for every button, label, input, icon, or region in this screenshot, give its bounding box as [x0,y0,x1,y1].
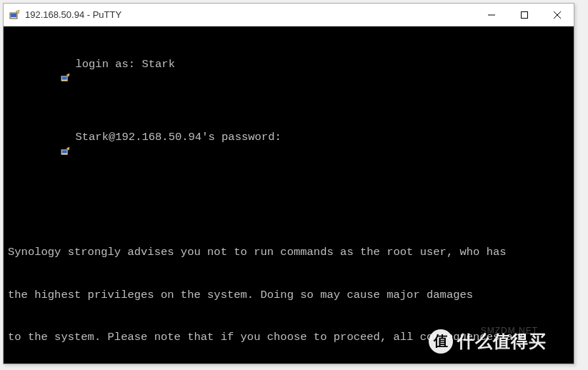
svg-rect-3 [522,12,528,19]
putty-icon [9,9,21,21]
putty-prompt-icon [8,132,71,175]
password-prompt-line: Stark@192.168.50.94's password: [75,131,281,145]
watermark-logo-icon: 值 [429,329,453,354]
titlebar[interactable]: 192.168.50.94 - PuTTY [4,4,574,26]
putty-prompt-icon [8,59,71,102]
window-title: 192.168.50.94 - PuTTY [25,9,475,20]
watermark-text: 什么值得买 [457,331,547,353]
svg-rect-1 [11,14,16,17]
maximize-button[interactable] [508,4,541,26]
login-as-line: login as: Stark [75,58,175,72]
warning-text: the highest privileges on the system. Do… [8,289,569,303]
window-controls [475,4,574,26]
svg-rect-9 [62,150,67,153]
watermark: 值 什么值得买 [429,329,547,354]
putty-window: 192.168.50.94 - PuTTY login as: Stark [3,3,574,364]
svg-rect-7 [62,77,67,80]
terminal[interactable]: login as: Stark Stark@192.168.50.94's pa… [4,26,574,364]
close-button[interactable] [541,4,574,26]
warning-text: Synology strongly advises you not to run… [8,246,569,260]
minimize-button[interactable] [475,4,508,26]
